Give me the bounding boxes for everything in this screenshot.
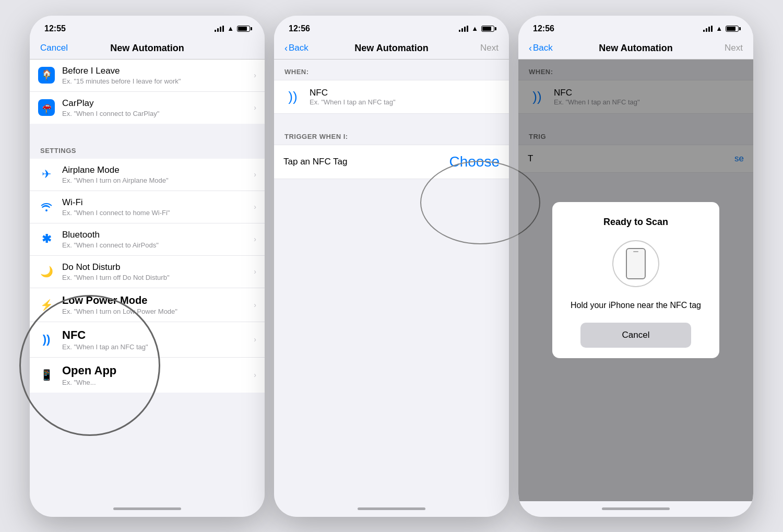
screen2-content: WHEN: )) NFC Ex. "When I tap an NFC tag"… [274,60,509,501]
before-leave-icon: 🏠 🚶 [38,67,55,84]
dnd-subtitle: Ex. "When I turn off Do Not Disturb" [62,274,254,281]
carplay-title: CarPlay [62,98,254,109]
before-leave-text: Before I Leave Ex. "15 minutes before I … [62,66,254,85]
back-label-2: Back [289,43,309,53]
lowpower-title: Low Power Mode [62,294,254,306]
when-label-2: WHEN: [274,60,509,80]
status-icons-2: ▲ [459,25,494,32]
settings-header: SETTINGS [30,136,265,159]
nfc-title-2: NFC [310,88,396,98]
screen1-content: 🏠 🚶 Before I Leave Ex. "15 minutes befor… [30,60,265,501]
nav-title-1: New Automation [72,43,223,54]
nav-bar-3: ‹ Back New Automation Next [518,39,753,60]
openapp-title: Open App [62,364,254,377]
next-button-3: Next [711,43,743,53]
chevron-left-icon-2: ‹ [284,43,288,54]
status-icons-3: ▲ [703,25,739,32]
dnd-title: Do Not Disturb [62,262,254,273]
openapp-icon: 📱 [38,367,55,383]
phone1: 12:55 ▲ Cancel New Automation [30,16,265,517]
carplay-subtitle: Ex. "When I connect to CarPlay" [62,110,254,117]
nav-bar-1: Cancel New Automation [30,39,265,60]
signal-icon-2 [459,26,468,32]
chevron-icon-8: › [254,335,256,344]
wifi-list-icon [38,198,55,215]
signal-icon [215,26,224,32]
nav-bar-2: ‹ Back New Automation Next [274,39,509,60]
airplane-subtitle: Ex. "When I turn on Airplane Mode" [62,176,254,184]
top-items-group: 🏠 🚶 Before I Leave Ex. "15 minutes befor… [30,60,265,124]
battery-icon-3 [726,26,739,32]
nfc-subtitle-2: Ex. "When I tap an NFC tag" [310,98,396,106]
back-button-2[interactable]: ‹ Back [284,43,316,54]
nfc-text-1: NFC Ex. "When I tap an NFC tag" [62,328,254,351]
battery-icon [237,26,250,32]
ready-to-scan-modal: Ready to Scan Hold your iPhone near the … [552,202,719,358]
lowpower-icon: ⚡ [38,297,55,313]
openapp-text: Open App Ex. "Whe... [62,364,254,386]
trigger-row-2: Tap an NFC Tag Choose [274,145,509,179]
wifi-icon: ▲ [227,25,234,32]
airplane-icon: ✈ [38,166,55,183]
list-item-airplane[interactable]: ✈ Airplane Mode Ex. "When I turn on Airp… [30,159,265,191]
openapp-subtitle: Ex. "Whe... [62,379,254,386]
list-item-wifi[interactable]: Wi-Fi Ex. "When I connect to home Wi-Fi"… [30,191,265,223]
lowpower-subtitle: Ex. "When I turn on Low Power Mode" [62,308,254,315]
phone2: 12:56 ▲ ‹ Back New Automation [274,16,509,517]
home-indicator-2 [274,501,509,517]
nfc-text-2: NFC Ex. "When I tap an NFC tag" [310,88,396,106]
list-item-carplay[interactable]: 🚗 🚶 CarPlay Ex. "When I connect to CarPl… [30,92,265,124]
wifi-text: Wi-Fi Ex. "When I connect to home Wi-Fi" [62,197,254,217]
phone2-wrapper: 12:56 ▲ ‹ Back New Automation [274,16,509,517]
list-item-dnd[interactable]: 🌙 Do Not Disturb Ex. "When I turn off Do… [30,256,265,288]
chevron-icon-5: › [254,235,256,243]
bluetooth-title: Bluetooth [62,230,254,240]
lowpower-text: Low Power Mode Ex. "When I turn on Low P… [62,294,254,315]
nfc-icon-2: )) [283,89,302,105]
modal-cancel-button[interactable]: Cancel [580,323,692,348]
chevron-icon-2: › [254,103,256,112]
bluetooth-subtitle: Ex. "When I connect to AirPods" [62,241,254,249]
airplane-text: Airplane Mode Ex. "When I turn on Airpla… [62,165,254,184]
home-indicator-1 [30,501,265,517]
next-button-2: Next [467,43,499,53]
chevron-icon-6: › [254,267,256,276]
modal-overlay: Ready to Scan Hold your iPhone near the … [518,60,753,501]
time-1: 12:55 [44,24,66,33]
wifi-icon-3: ▲ [716,25,722,32]
bluetooth-icon: ✱ [38,231,55,247]
status-bar-1: 12:55 ▲ [30,16,265,39]
phone-graphic [612,240,659,287]
phone3-wrapper: 12:56 ▲ ‹ Back New Automation [518,16,753,517]
modal-title: Ready to Scan [565,217,707,228]
chevron-icon: › [254,71,256,79]
nfc-list-icon: )) [38,331,55,348]
wifi-subtitle: Ex. "When I connect to home Wi-Fi" [62,209,254,217]
chevron-icon-3: › [254,170,256,179]
choose-button[interactable]: Choose [449,153,500,170]
list-item-bluetooth[interactable]: ✱ Bluetooth Ex. "When I connect to AirPo… [30,223,265,256]
carplay-icon: 🚗 🚶 [38,99,55,116]
before-leave-subtitle: Ex. "15 minutes before I leave for work" [62,77,254,85]
scan-circle [612,240,659,287]
wifi-icon-2: ▲ [471,25,478,32]
trigger-text-2: Tap an NFC Tag [283,157,449,167]
list-item-openapp[interactable]: 📱 Open App Ex. "Whe... › [30,358,265,393]
cancel-button[interactable]: Cancel [40,43,72,53]
nav-title-3: New Automation [560,43,711,54]
battery-icon-2 [481,26,494,32]
carplay-text: CarPlay Ex. "When I connect to CarPlay" [62,98,254,117]
status-bar-3: 12:56 ▲ [518,16,753,39]
nfc-card-2: )) NFC Ex. "When I tap an NFC tag" [274,80,509,114]
list-item-nfc[interactable]: )) NFC Ex. "When I tap an NFC tag" › [30,322,265,358]
back-button-3[interactable]: ‹ Back [529,43,560,54]
dnd-icon: 🌙 [38,263,55,280]
phone3: 12:56 ▲ ‹ Back New Automation [518,16,753,517]
bluetooth-text: Bluetooth Ex. "When I connect to AirPods… [62,230,254,249]
list-item-before-i-leave[interactable]: 🏠 🚶 Before I Leave Ex. "15 minutes befor… [30,60,265,92]
screen3-content: WHEN: )) NFC Ex. "When I tap an NFC tag"… [518,60,753,501]
time-3: 12:56 [533,24,554,33]
status-bar-2: 12:56 ▲ [274,16,509,39]
nfc-title-1: NFC [62,328,254,342]
list-item-lowpower[interactable]: ⚡ Low Power Mode Ex. "When I turn on Low… [30,288,265,322]
